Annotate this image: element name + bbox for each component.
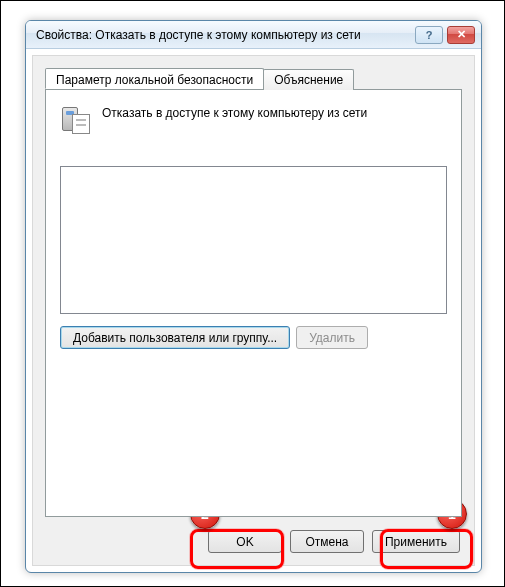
users-groups-listbox[interactable] [60, 166, 447, 314]
tab-local-security[interactable]: Параметр локальной безопасности [45, 68, 264, 89]
ok-button[interactable]: OK [208, 530, 282, 553]
close-icon: ✕ [457, 28, 466, 41]
tab-panel-local-security: Отказать в доступе к этому компьютеру из… [45, 89, 462, 517]
properties-dialog: Свойства: Отказать в доступе к этому ком… [25, 20, 482, 573]
close-button[interactable]: ✕ [447, 26, 475, 44]
add-user-group-button[interactable]: Добавить пользователя или группу... [60, 326, 290, 349]
apply-button[interactable]: Применить [372, 530, 460, 553]
policy-heading: Отказать в доступе к этому компьютеру из… [102, 104, 367, 120]
help-button[interactable]: ? [415, 26, 443, 44]
window-title: Свойства: Отказать в доступе к этому ком… [36, 28, 415, 42]
delete-button: Удалить [296, 326, 368, 349]
policy-icon [60, 104, 92, 136]
client-area: Параметр локальной безопасности Объяснен… [32, 55, 475, 566]
help-icon: ? [426, 29, 433, 41]
titlebar[interactable]: Свойства: Отказать в доступе к этому ком… [26, 21, 481, 49]
cancel-button[interactable]: Отмена [290, 530, 364, 553]
tab-explanation[interactable]: Объяснение [263, 69, 354, 90]
